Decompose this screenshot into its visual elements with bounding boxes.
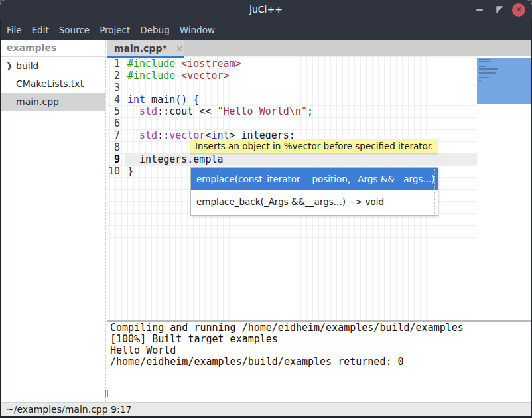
- status-bar: ~/examples/main.cpp 9:17: [1, 402, 531, 416]
- sidebar-item-main-cpp[interactable]: main.cpp: [1, 93, 105, 111]
- sidebar-item-cmakelists-txt[interactable]: CMakeLists.txt: [1, 75, 105, 93]
- status-file-position: ~/examples/main.cpp 9:17: [6, 404, 132, 415]
- minimap: [477, 56, 531, 320]
- minimap-line: [479, 66, 486, 67]
- line-text: std::cout << "Hello World\n";: [125, 105, 477, 117]
- window-border-left: [0, 19, 1, 418]
- completion-item-0[interactable]: emplace(const_iterator __position, _Args…: [191, 168, 438, 190]
- close-button[interactable]: ✕: [512, 3, 525, 17]
- title-bar: juCi++ ✕: [0, 0, 532, 19]
- minimap-line: [479, 80, 481, 81]
- file-label: CMakeLists.txt: [16, 78, 84, 89]
- line-text: integers.empla: [125, 153, 477, 165]
- line-number: 9: [107, 153, 125, 165]
- line-text: #include <iostream>: [125, 58, 477, 70]
- tab-bar: main.cpp* ×: [107, 40, 531, 56]
- line-number: 6: [107, 117, 125, 129]
- tab-main-cpp[interactable]: main.cpp* ×: [107, 40, 184, 56]
- project-name-header: examples: [1, 40, 105, 57]
- line-number: 3: [107, 82, 125, 94]
- file-tree: ❯buildCMakeLists.txtmain.cpp: [1, 57, 105, 111]
- file-label: main.cpp: [16, 96, 59, 107]
- console-line-2: Hello World: [110, 345, 531, 356]
- maximize-button[interactable]: [492, 3, 507, 17]
- maximize-icon: [496, 6, 503, 13]
- console-line-0: Compiling and running /home/eidheim/exam…: [110, 322, 531, 334]
- window-controls: ✕: [472, 0, 525, 19]
- menu-item-debug[interactable]: Debug: [140, 25, 169, 35]
- file-label: build: [16, 60, 38, 71]
- console-line-1: [100%] Built target examples: [110, 334, 531, 345]
- line-number: 8: [107, 141, 125, 153]
- splitter-grip-icon: [105, 390, 106, 397]
- menu-item-project[interactable]: Project: [100, 25, 130, 35]
- menu-bar: FileEditSourceProjectDebugWindow: [0, 19, 532, 40]
- line-text: #include <vector>: [125, 70, 477, 82]
- menu-item-edit[interactable]: Edit: [32, 25, 49, 35]
- code-line-6[interactable]: 6: [107, 117, 477, 129]
- line-number: 10: [107, 165, 125, 177]
- chevron-right-icon[interactable]: ❯: [6, 57, 13, 75]
- main-pane: main.cpp* × 1#include <iostream>2#includ…: [107, 40, 531, 402]
- line-number: 5: [107, 105, 125, 117]
- console-output[interactable]: Compiling and running /home/eidheim/exam…: [107, 322, 531, 402]
- line-number: 2: [107, 70, 125, 82]
- tab-label: main.cpp*: [107, 43, 167, 54]
- minimap-line: [479, 68, 498, 70]
- window-title: juCi++: [0, 0, 532, 19]
- line-text: [125, 82, 477, 94]
- active-tab-indicator: [107, 56, 184, 58]
- minimap-line: [479, 77, 489, 78]
- code-line-5[interactable]: 5 std::cout << "Hello World\n";: [107, 105, 477, 117]
- minimap-line: [479, 59, 491, 60]
- minimap-slider[interactable]: [477, 58, 531, 104]
- line-number: 7: [107, 129, 125, 141]
- line-number: 1: [107, 58, 125, 70]
- code-line-2[interactable]: 2#include <vector>: [107, 70, 477, 82]
- minimize-button[interactable]: [472, 3, 487, 17]
- code-line-4[interactable]: 4int main() {: [107, 94, 477, 105]
- sidebar-splitter[interactable]: [105, 40, 107, 402]
- autocomplete-popup: emplace(const_iterator __position, _Args…: [190, 167, 438, 216]
- completion-item-1[interactable]: emplace_back(_Args &&__args...) --> void: [191, 190, 438, 213]
- minimize-icon: [476, 9, 483, 11]
- app-window: juCi++ ✕ FileEditSourceProjectDebugWindo…: [0, 0, 532, 418]
- code-line-3[interactable]: 3: [107, 82, 477, 94]
- line-text: int main() {: [125, 94, 477, 105]
- tab-close-icon[interactable]: ×: [176, 44, 184, 53]
- code-line-9[interactable]: 9 integers.empla: [107, 153, 477, 165]
- code-editor[interactable]: 1#include <iostream>2#include <vector>34…: [107, 56, 531, 320]
- text-cursor: [224, 154, 225, 164]
- sidebar-item-build[interactable]: ❯build: [1, 57, 105, 75]
- doc-tooltip: Inserts an object in %vector before spec…: [190, 139, 438, 153]
- console-line-3: /home/eidheim/examples/build/examples re…: [110, 356, 531, 368]
- line-number: 4: [107, 94, 125, 105]
- line-text: [125, 117, 477, 129]
- minimap-line: [479, 72, 496, 74]
- file-tree-sidebar: examples ❯buildCMakeLists.txtmain.cpp: [1, 40, 105, 402]
- code-lines: 1#include <iostream>2#include <vector>34…: [107, 58, 477, 177]
- menu-item-source[interactable]: Source: [59, 25, 90, 35]
- menu-item-window[interactable]: Window: [180, 25, 215, 35]
- minimap-line: [479, 61, 490, 62]
- menu-item-file[interactable]: File: [7, 25, 22, 35]
- close-icon: ✕: [515, 6, 521, 13]
- code-line-1[interactable]: 1#include <iostream>: [107, 58, 477, 70]
